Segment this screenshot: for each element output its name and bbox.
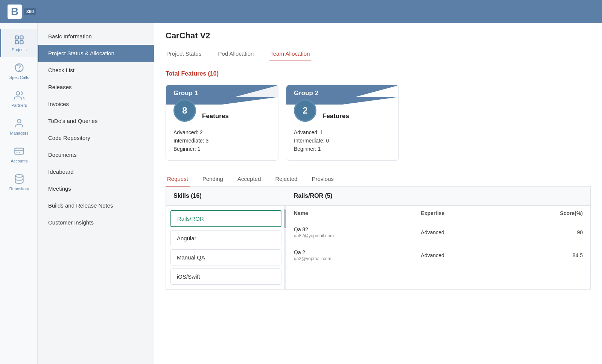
sub-tab-rejected[interactable]: Rejected — [274, 172, 299, 187]
sidebar-icons: Projects Spec Calls Partners — [0, 23, 38, 364]
menu-item-meetings[interactable]: Meetings — [38, 180, 154, 197]
group-card-1: Group 1 8 Features Advanced: 2 Intermedi… — [166, 85, 278, 161]
member-2-email: qa2@yopmail.com — [294, 256, 406, 261]
skills-header: Skills (16) — [166, 187, 286, 206]
tab-team-allocation[interactable]: Team Allocation — [269, 47, 310, 61]
team-table: Name Expertise Score(%) Qa 82 qa82@yopma… — [286, 206, 590, 267]
menu-item-check-list[interactable]: Check List — [38, 62, 154, 79]
group-1-intermediate: Intermediate: 3 — [173, 137, 271, 144]
logo-b: B — [8, 5, 22, 19]
skill-item-rails-ror[interactable]: Rails/ROR — [170, 210, 281, 227]
sub-tab-request[interactable]: Request — [166, 172, 190, 187]
team-member-1: Qa 82 qa82@yopmail.com — [286, 221, 413, 244]
team-col-expertise: Expertise — [413, 206, 503, 221]
svg-point-7 — [17, 120, 21, 123]
group-2-advanced: Advanced: 1 — [294, 129, 391, 136]
menu-item-todos-queries[interactable]: ToDo's and Queries — [38, 112, 154, 129]
svg-rect-1 — [20, 36, 23, 39]
svg-rect-2 — [15, 41, 18, 44]
sub-tab-previous[interactable]: Previous — [310, 172, 335, 187]
skills-panel: Skills (16) Rails/ROR Angular Manual QA … — [166, 187, 286, 289]
sidebar-item-managers-label: Managers — [10, 131, 29, 135]
team-header: Rails/ROR (5) — [286, 187, 590, 206]
main-tabs: Project Status Pod Allocation Team Alloc… — [166, 47, 591, 61]
group-1-features-label: Features — [202, 112, 229, 120]
team-table-row-2: Qa 2 qa2@yopmail.com Advanced 84.5 — [286, 244, 590, 267]
total-features-label: Total Features (10) — [166, 70, 591, 77]
sidebar-item-managers[interactable]: Managers — [0, 113, 37, 141]
menu-item-builds-release-notes[interactable]: Builds and Release Notes — [38, 197, 154, 214]
sidebar-item-partners[interactable]: Partners — [0, 85, 37, 113]
sidebar-item-partners-label: Partners — [11, 103, 27, 108]
group-1-advanced: Advanced: 2 — [173, 129, 271, 136]
menu-item-releases[interactable]: Releases — [38, 79, 154, 96]
top-nav: B 360 — [0, 0, 602, 23]
sub-tab-pending[interactable]: Pending — [201, 172, 225, 187]
group-1-beginner: Beginner: 1 — [173, 145, 271, 153]
skill-item-angular[interactable]: Angular — [170, 230, 281, 246]
member-1-email: qa82@yopmail.com — [294, 233, 406, 238]
logo-360: 360 — [24, 8, 36, 15]
menu-item-basic-information[interactable]: Basic Information — [38, 28, 154, 45]
tab-project-status[interactable]: Project Status — [166, 47, 202, 61]
content-body: Total Features (10) Group 1 8 Fe — [154, 61, 602, 364]
member-2-expertise: Advanced — [413, 244, 503, 267]
svg-point-5 — [19, 70, 19, 70]
main-content: CarChat V2 Project Status Pod Allocation… — [154, 23, 602, 364]
menu-item-documents[interactable]: Documents — [38, 146, 154, 163]
group-2-body: 2 Features Advanced: 1 Intermediate: 0 B… — [286, 105, 398, 160]
skills-scrollbar — [284, 206, 286, 289]
sidebar-item-repository-label: Repository — [9, 187, 29, 191]
sidebar-item-spec-calls[interactable]: Spec Calls — [0, 57, 37, 85]
logo[interactable]: B 360 — [8, 5, 36, 19]
menu-item-code-repository[interactable]: Code Repository — [38, 129, 154, 146]
member-1-score: 90 — [503, 221, 590, 244]
project-title: CarChat V2 — [166, 31, 591, 41]
svg-rect-3 — [20, 41, 23, 44]
sidebar-item-projects-label: Projects — [12, 47, 27, 52]
tab-pod-allocation[interactable]: Pod Allocation — [217, 47, 254, 61]
content-header: CarChat V2 Project Status Pod Allocation… — [154, 23, 602, 61]
group-1-feature-circle: 8 — [173, 99, 196, 122]
sidebar-item-repository[interactable]: Repository — [0, 168, 37, 196]
sidebar-item-accounts-label: Accounts — [11, 159, 27, 163]
member-1-name: Qa 82 — [294, 226, 406, 232]
group-2-intermediate: Intermediate: 0 — [294, 137, 391, 144]
team-table-header-row: Name Expertise Score(%) — [286, 206, 590, 221]
team-panel: Rails/ROR (5) Name Expertise Score(%) — [286, 187, 590, 289]
sub-tab-accepted[interactable]: Accepted — [236, 172, 263, 187]
sidebar-item-accounts[interactable]: Accounts — [0, 141, 37, 168]
menu-item-ideaboard[interactable]: Ideaboard — [38, 163, 154, 180]
group-2-beginner: Beginner: 1 — [294, 145, 391, 153]
group-2-features-row: 2 Features — [294, 111, 391, 122]
group-1-features-row: 8 Features — [173, 111, 271, 122]
member-2-name: Qa 2 — [294, 249, 406, 255]
member-2-score: 84.5 — [503, 244, 590, 267]
group-1-body: 8 Features Advanced: 2 Intermediate: 3 B… — [166, 105, 278, 160]
member-1-expertise: Advanced — [413, 221, 503, 244]
svg-rect-0 — [15, 36, 18, 39]
sidebar-menu: Basic Information Project Status & Alloc… — [38, 23, 154, 364]
svg-point-12 — [15, 174, 23, 177]
sidebar-item-spec-calls-label: Spec Calls — [9, 75, 29, 80]
skill-item-ios-swift[interactable]: iOS/Swift — [170, 268, 281, 285]
team-col-name: Name — [286, 206, 413, 221]
team-table-row-1: Qa 82 qa82@yopmail.com Advanced 90 — [286, 221, 590, 244]
skills-table-layout: Skills (16) Rails/ROR Angular Manual QA … — [166, 187, 591, 290]
skills-scrollbar-thumb[interactable] — [284, 209, 286, 228]
main-layout: Projects Spec Calls Partners — [0, 23, 602, 364]
group-card-2: Group 2 2 Features Advanced: 1 Intermedi… — [286, 85, 399, 161]
skills-list: Rails/ROR Angular Manual QA iOS/Swift — [166, 206, 286, 289]
menu-item-customer-insights[interactable]: Customer Insights — [38, 214, 154, 231]
menu-item-project-status-allocation[interactable]: Project Status & Allocation — [38, 45, 154, 62]
menu-item-invoices[interactable]: Invoices — [38, 96, 154, 112]
skill-item-manual-qa[interactable]: Manual QA — [170, 249, 281, 265]
group-cards: Group 1 8 Features Advanced: 2 Intermedi… — [166, 85, 591, 161]
group-2-features-label: Features — [322, 112, 349, 120]
team-col-score: Score(%) — [503, 206, 590, 221]
sub-tabs: Request Pending Accepted Rejected Previo… — [166, 172, 591, 187]
team-member-2: Qa 2 qa2@yopmail.com — [286, 244, 413, 267]
group-2-feature-circle: 2 — [294, 99, 316, 122]
sidebar-item-projects[interactable]: Projects — [0, 29, 37, 57]
svg-point-6 — [16, 92, 20, 95]
